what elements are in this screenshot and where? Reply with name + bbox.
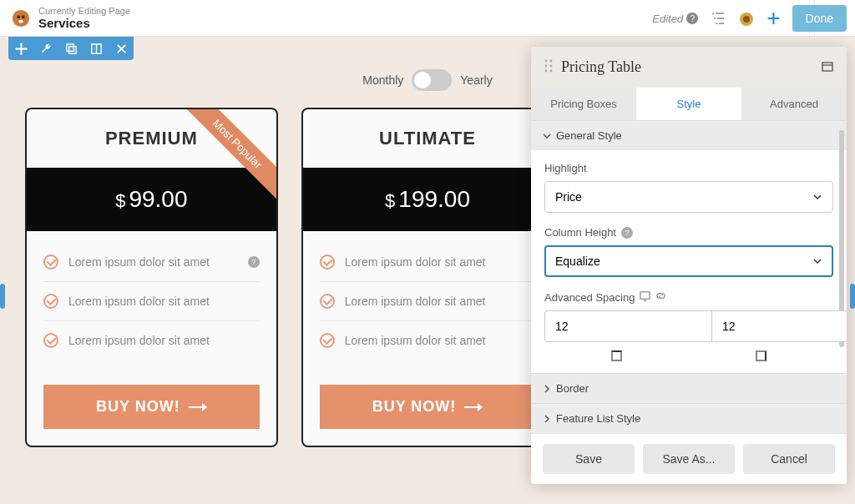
section-body: Highlight Price Column Height ? Equalize… bbox=[531, 150, 847, 373]
svg-point-1 bbox=[17, 15, 20, 18]
outline-panel-icon[interactable] bbox=[710, 11, 726, 26]
highlight-value: Price bbox=[555, 190, 582, 204]
feature-list: Lorem ipsum dolor sit amet Lorem ipsum d… bbox=[303, 231, 553, 368]
drag-handle-icon[interactable] bbox=[544, 59, 553, 76]
advanced-spacing-label: Advanced Spacing bbox=[544, 290, 833, 304]
svg-point-13 bbox=[550, 64, 553, 67]
highlight-select[interactable]: Price bbox=[544, 181, 833, 213]
feature-list: Lorem ipsum dolor sit amet? Lorem ipsum … bbox=[27, 231, 276, 368]
buy-now-button[interactable]: BUY NOW! bbox=[320, 385, 536, 429]
svg-point-0 bbox=[13, 9, 29, 26]
feature-text: Lorem ipsum dolor sit amet bbox=[68, 295, 210, 308]
save-button[interactable]: Save bbox=[543, 444, 635, 474]
svg-point-12 bbox=[545, 64, 548, 67]
columns-icon[interactable] bbox=[83, 37, 109, 60]
spacing-inputs: px bbox=[544, 310, 833, 342]
expand-panel-icon[interactable] bbox=[822, 60, 833, 75]
svg-point-14 bbox=[545, 69, 548, 72]
section-label: General Style bbox=[556, 129, 622, 142]
buy-label: BUY NOW! bbox=[372, 398, 457, 416]
price-band: $199.00 bbox=[303, 168, 553, 231]
field-label-text: Advanced Spacing bbox=[544, 291, 635, 304]
buy-label: BUY NOW! bbox=[96, 398, 180, 416]
toggle-label-monthly: Monthly bbox=[362, 73, 403, 87]
editing-label: Currently Editing Page bbox=[38, 6, 130, 16]
duplicate-icon[interactable] bbox=[58, 37, 83, 60]
tab-pricing-boxes[interactable]: Pricing Boxes bbox=[531, 88, 636, 120]
box-side-icon[interactable] bbox=[756, 350, 766, 361]
panel-footer: Save Save As... Cancel bbox=[531, 433, 847, 484]
arrow-right-icon bbox=[189, 401, 207, 413]
feature-item: Lorem ipsum dolor sit amet bbox=[320, 321, 536, 360]
svg-rect-16 bbox=[822, 63, 832, 71]
help-icon[interactable]: ? bbox=[621, 227, 633, 239]
buy-now-button[interactable]: BUY NOW! bbox=[43, 385, 260, 429]
section-feature-list-style[interactable]: Feature List Style bbox=[531, 403, 847, 433]
feature-item: Lorem ipsum dolor sit amet bbox=[320, 243, 536, 282]
svg-rect-6 bbox=[66, 43, 73, 50]
section-general-style[interactable]: General Style bbox=[531, 120, 847, 150]
top-bar: Currently Editing Page Services Edited ?… bbox=[0, 0, 855, 37]
billing-toggle[interactable] bbox=[412, 69, 452, 91]
feature-item: Lorem ipsum dolor sit amet bbox=[43, 282, 260, 321]
close-icon[interactable] bbox=[109, 37, 134, 60]
price-value: 199.00 bbox=[398, 186, 470, 212]
column-height-label: Column Height ? bbox=[544, 226, 833, 239]
done-button[interactable]: Done bbox=[792, 5, 847, 32]
svg-point-5 bbox=[743, 16, 750, 23]
svg-point-15 bbox=[550, 69, 553, 72]
spacing-input-b[interactable] bbox=[711, 310, 847, 342]
link-values-icon[interactable] bbox=[655, 290, 666, 304]
svg-point-11 bbox=[550, 59, 553, 62]
chevron-down-icon bbox=[543, 132, 551, 140]
check-icon bbox=[43, 255, 58, 270]
cancel-button[interactable]: Cancel bbox=[743, 444, 835, 474]
responsive-icon[interactable] bbox=[640, 290, 650, 304]
box-side-icon[interactable] bbox=[611, 350, 622, 361]
svg-rect-18 bbox=[640, 292, 650, 299]
feature-text: Lorem ipsum dolor sit amet bbox=[345, 255, 486, 269]
spacing-input-a[interactable] bbox=[544, 310, 711, 342]
check-icon bbox=[320, 255, 335, 270]
svg-point-3 bbox=[18, 19, 23, 23]
module-toolbar bbox=[8, 37, 134, 60]
panel-title: Pricing Table bbox=[561, 58, 641, 76]
check-icon bbox=[320, 294, 335, 309]
panel-header[interactable]: Pricing Table bbox=[531, 47, 847, 88]
feature-item: Lorem ipsum dolor sit amet bbox=[320, 282, 536, 321]
edited-status: Edited ? bbox=[652, 13, 698, 25]
chevron-down-icon bbox=[812, 192, 822, 202]
svg-point-2 bbox=[22, 15, 25, 18]
edited-label: Edited bbox=[652, 13, 683, 25]
panel-tabs: Pricing Boxes Style Advanced bbox=[531, 88, 847, 120]
card-title: ULTIMATE bbox=[303, 109, 553, 168]
check-icon bbox=[43, 333, 58, 348]
pricing-card-premium: Most Popular PREMIUM $99.00 Lorem ipsum … bbox=[25, 108, 278, 447]
tab-style[interactable]: Style bbox=[636, 88, 741, 120]
section-border[interactable]: Border bbox=[531, 373, 847, 403]
field-label-text: Column Height bbox=[544, 226, 616, 239]
spacing-side-icons bbox=[544, 350, 833, 361]
column-height-value: Equalize bbox=[555, 255, 600, 268]
save-as-button[interactable]: Save As... bbox=[643, 444, 735, 474]
content-panel-icon[interactable] bbox=[738, 11, 755, 26]
toggle-knob bbox=[414, 72, 431, 88]
feature-text: Lorem ipsum dolor sit amet bbox=[345, 334, 486, 347]
check-icon bbox=[320, 333, 335, 348]
section-label: Border bbox=[556, 382, 589, 395]
add-content-button[interactable]: + bbox=[766, 5, 780, 32]
help-icon[interactable]: ? bbox=[248, 256, 260, 268]
tab-advanced[interactable]: Advanced bbox=[741, 88, 847, 120]
feature-text: Lorem ipsum dolor sit amet bbox=[68, 255, 210, 269]
svg-point-10 bbox=[545, 59, 548, 62]
column-height-select[interactable]: Equalize bbox=[544, 245, 833, 277]
chevron-right-icon bbox=[543, 385, 551, 393]
help-icon[interactable]: ? bbox=[686, 13, 698, 24]
feature-text: Lorem ipsum dolor sit amet bbox=[68, 334, 210, 347]
settings-panel: Pricing Table Pricing Boxes Style Advanc… bbox=[531, 47, 847, 484]
feature-text: Lorem ipsum dolor sit amet bbox=[345, 295, 486, 308]
page-info: Currently Editing Page Services bbox=[38, 6, 130, 30]
pricing-card-ultimate: ULTIMATE $199.00 Lorem ipsum dolor sit a… bbox=[301, 108, 554, 447]
wrench-icon[interactable] bbox=[33, 37, 58, 60]
move-icon[interactable] bbox=[8, 37, 33, 60]
